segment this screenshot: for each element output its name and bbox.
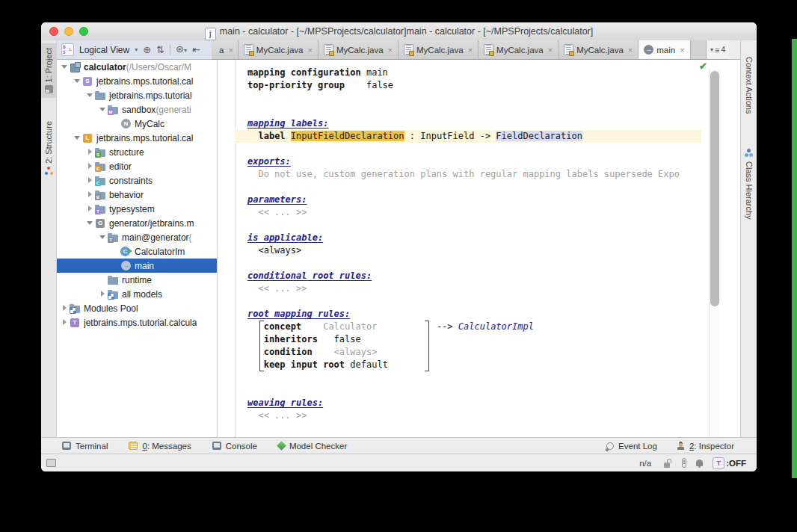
view-selector[interactable]: Logical View <box>79 45 129 55</box>
editor-line-2[interactable] <box>235 92 740 105</box>
tree-expand-icon[interactable] <box>87 149 93 155</box>
power-save-toggle[interactable]: T :OFF <box>713 457 746 469</box>
toolbar-item-0-messages[interactable]: 0: Messages <box>129 442 191 451</box>
tree-expand-icon[interactable] <box>61 305 68 312</box>
target-icon[interactable]: ⊕ <box>143 45 151 55</box>
tree-item-typesystem[interactable]: Ttypesystem <box>57 202 217 216</box>
tree-expand-icon[interactable] <box>87 205 93 212</box>
toolbar-item-event-log[interactable]: Event Log <box>606 442 657 451</box>
tree-collapse-icon[interactable] <box>74 78 81 84</box>
tool-window-button-context-actions[interactable]: Context Actions <box>741 57 757 114</box>
editor-line-12[interactable] <box>235 219 740 232</box>
editor-line-27[interactable]: << ... >> <box>235 409 740 422</box>
tree-expand-icon[interactable] <box>87 177 93 184</box>
tree-item-mycalc[interactable]: NMyCalc <box>57 117 217 131</box>
tree-item-jetbrains-mps-tutorial-calcula[interactable]: Tjetbrains.mps.tutorial.calcula <box>57 315 217 330</box>
editor-line-23[interactable]: keep input root default <box>235 359 740 371</box>
editor-line-11[interactable]: << ... >> <box>235 206 740 219</box>
tree-collapse-icon[interactable] <box>74 134 81 141</box>
settings-gear-icon[interactable]: ⊛▾ <box>176 44 187 55</box>
collapse-all-icon[interactable]: ⇤ <box>192 45 200 55</box>
tree-item-jetbrains-mps-tutorial-cal[interactable]: Sjetbrains.mps.tutorial.cal <box>57 74 217 88</box>
position-widget[interactable]: n/a <box>639 459 651 468</box>
editor-line-19[interactable]: root mapping rules: <box>235 308 740 321</box>
editor-line-0[interactable]: mapping configuration main <box>235 66 740 79</box>
tree-item-structure[interactable]: Sstructure <box>57 145 217 159</box>
tab-close-icon[interactable]: × <box>388 46 393 55</box>
tree-collapse-icon[interactable] <box>99 106 106 113</box>
editor-line-3[interactable] <box>235 105 740 117</box>
tree-item-behavior[interactable]: Bbehavior <box>57 188 217 202</box>
lock-open-icon[interactable] <box>664 459 672 468</box>
tree-item-sandbox[interactable]: Msandbox (generati <box>57 102 217 117</box>
tree-item-main-generator[interactable]: Tmain@generator ( <box>57 230 217 244</box>
column-mode-icon[interactable] <box>682 458 686 468</box>
tree-item-jetbrains-mps-tutorial-cal[interactable]: Ljetbrains.mps.tutorial.cal <box>57 131 217 145</box>
tab-close-icon[interactable]: × <box>307 46 312 55</box>
editor-line-24[interactable] <box>235 371 740 384</box>
tree-item-calculator[interactable]: calculator (/Users/Oscar/M <box>57 60 217 74</box>
editor-line-7[interactable]: exports: <box>235 155 740 168</box>
editor-line-4[interactable]: mapping labels: <box>235 117 740 130</box>
tree-expand-icon[interactable] <box>61 319 68 326</box>
tree-collapse-icon[interactable] <box>87 92 93 99</box>
tree-item-calculatorim[interactable]: CCalculatorIm <box>57 244 217 259</box>
tree-collapse-icon[interactable] <box>87 220 93 226</box>
editor-line-6[interactable] <box>235 143 740 155</box>
editor-pane[interactable]: mapping configuration maintop-priority g… <box>217 60 740 437</box>
tab-close-icon[interactable]: × <box>468 46 473 55</box>
editor-line-20[interactable]: concept Calculator --> CalculatorImpl <box>235 321 740 333</box>
editor-line-10[interactable]: parameters: <box>235 194 740 206</box>
editor-content[interactable]: mapping configuration maintop-priority g… <box>235 66 740 422</box>
tab-MyCalc.java[interactable]: MyCalc.java× <box>398 40 478 59</box>
tab-MyCalc.java[interactable]: MyCalc.java× <box>319 40 398 59</box>
scroll-from-source-icon[interactable]: ⇅ <box>156 45 164 55</box>
editor-line-22[interactable]: condition <always> <box>235 346 740 359</box>
tree-collapse-icon[interactable] <box>99 234 106 241</box>
editor-line-17[interactable]: << ... >> <box>235 282 740 295</box>
tree-item-editor[interactable]: Eeditor <box>57 159 217 173</box>
editor-line-1[interactable]: top-priority group false <box>235 79 740 92</box>
editor-line-14[interactable]: <always> <box>235 244 740 257</box>
toolbar-item-terminal[interactable]: Terminal <box>62 442 108 451</box>
tool-window-button-project[interactable]: 1: Project <box>41 43 56 98</box>
tab-partial[interactable]: a × <box>212 40 239 59</box>
toolbar-item-model-checker[interactable]: Model Checker <box>278 442 347 451</box>
editor-line-5[interactable]: label InputFieldDeclaration : InputField… <box>235 130 701 143</box>
tab-close-icon[interactable]: × <box>228 46 233 55</box>
notification-bell-icon[interactable] <box>696 460 703 466</box>
tab-close-icon[interactable]: × <box>680 46 684 55</box>
tree-collapse-icon[interactable] <box>61 64 68 70</box>
editor-line-26[interactable]: weaving rules: <box>235 397 740 409</box>
editor-scrollbar-thumb[interactable] <box>710 71 719 306</box>
editor-line-25[interactable] <box>235 384 740 397</box>
tree-item-runtime[interactable]: runtime <box>57 273 217 287</box>
editor-line-8[interactable]: Do not use, custom generation plans with… <box>235 168 740 181</box>
editor-line-21[interactable]: inheritors false <box>235 333 740 346</box>
chevron-down-icon[interactable]: ▾ <box>135 46 138 53</box>
editor-line-18[interactable] <box>235 295 740 308</box>
tool-window-button-class-hierarchy[interactable]: Class Hierarchy <box>741 149 757 220</box>
tab-close-icon[interactable]: × <box>548 46 553 55</box>
tree-expand-icon[interactable] <box>87 191 93 198</box>
tab-MyCalc.java[interactable]: MyCalc.java× <box>558 40 638 59</box>
tree-item-constraints[interactable]: Cconstraints <box>57 173 217 188</box>
toolbar-item-2-inspector[interactable]: 2: Inspector <box>677 442 734 451</box>
tree-expand-icon[interactable] <box>87 163 93 170</box>
tree-item-main[interactable]: →main <box>57 259 217 273</box>
toolbar-item-console[interactable]: Console <box>212 442 257 451</box>
tree-item-all-models[interactable]: all models <box>57 287 217 301</box>
tree-item-modules-pool[interactable]: Modules Pool <box>57 301 217 315</box>
editor-line-13[interactable]: is applicable: <box>235 232 740 244</box>
editor-line-9[interactable] <box>235 181 740 194</box>
tab-MyCalc.java[interactable]: MyCalc.java× <box>239 40 319 59</box>
editor-line-16[interactable]: conditional root rules: <box>235 270 740 282</box>
toolwindow-toggle-icon[interactable] <box>46 459 56 467</box>
tool-window-button-structure[interactable]: 2: Structure <box>41 121 56 176</box>
tree-expand-icon[interactable] <box>99 291 106 297</box>
editor-line-15[interactable] <box>235 257 740 270</box>
hidden-tabs-dropdown[interactable]: ▾ ≡ 4 <box>706 40 729 59</box>
tree-item-jetbrains-mps-tutorial[interactable]: jetbrains.mps.tutorial <box>57 88 217 102</box>
tab-MyCalc.java[interactable]: MyCalc.java× <box>478 40 558 59</box>
tab-close-icon[interactable]: × <box>628 46 633 55</box>
